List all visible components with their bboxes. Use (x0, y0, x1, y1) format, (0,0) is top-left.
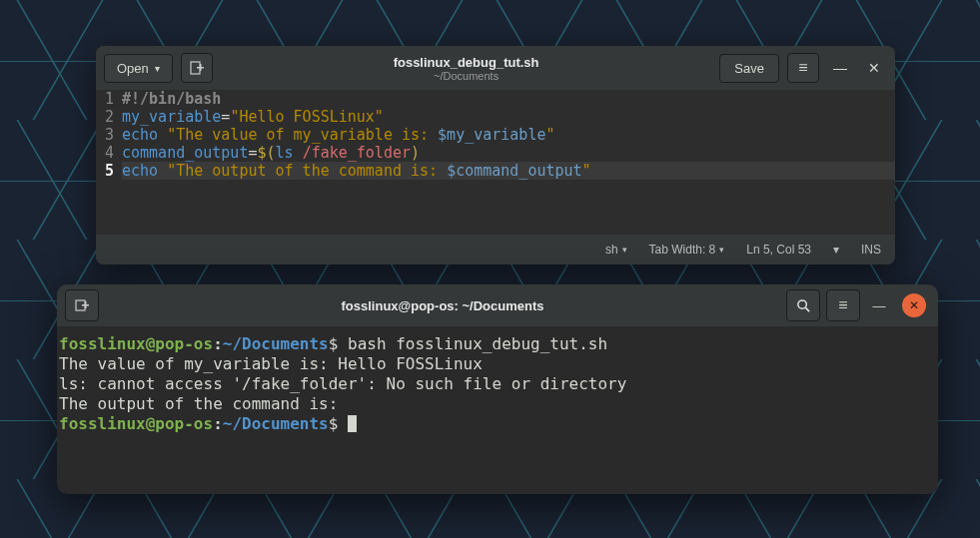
line-number: 3 (96, 126, 114, 144)
prompt-sep: : (213, 414, 223, 433)
token-variable: my_variable (122, 108, 221, 126)
document-path: ~/Documents (221, 70, 712, 82)
prompt-dollar: $ (329, 334, 348, 353)
prompt-user: fosslinux@pop-os (59, 334, 213, 353)
menu-button[interactable]: ≡ (826, 289, 860, 321)
line-number: 5 (96, 162, 114, 180)
shebang: #!/bin/bash (122, 90, 221, 108)
terminal-headerbar: fosslinux@pop-os: ~/Documents ≡ — ✕ (57, 284, 938, 326)
terminal-title: fosslinux@pop-os: ~/Documents (105, 298, 780, 313)
chevron-down-icon: ▾ (622, 245, 627, 255)
prompt-path: ~/Documents (223, 414, 329, 433)
tabwidth-selector[interactable]: Tab Width: 8 ▾ (649, 243, 725, 257)
code-editor[interactable]: 1 2 3 4 5 #!/bin/bashmy_variable="Hello … (96, 90, 895, 235)
tabwidth-label: Tab Width: 8 (649, 243, 716, 257)
gedit-headerbar: Open ▾ fosslinux_debug_tut.sh ~/Document… (96, 46, 895, 90)
svg-line-7 (805, 307, 809, 311)
code-content[interactable]: #!/bin/bashmy_variable="Hello FOSSLinux"… (118, 90, 895, 235)
token-varref: $command_output (447, 162, 581, 180)
prompt-path: ~/Documents (223, 334, 329, 353)
document-title: fosslinux_debug_tut.sh (221, 55, 712, 70)
close-icon: ✕ (868, 60, 880, 76)
ins-label: INS (861, 243, 881, 257)
svg-point-6 (797, 299, 805, 307)
token-string: "Hello FOSSLinux" (230, 108, 384, 126)
close-icon: ✕ (909, 298, 919, 312)
language-selector[interactable]: sh ▾ (605, 243, 627, 257)
chevron-down-icon[interactable]: ▾ (833, 243, 839, 257)
close-button[interactable]: ✕ (861, 55, 887, 81)
prompt-user: fosslinux@pop-os (59, 414, 213, 433)
menu-button[interactable]: ≡ (787, 53, 819, 83)
close-button[interactable]: ✕ (902, 293, 926, 317)
gedit-window: Open ▾ fosslinux_debug_tut.sh ~/Document… (96, 46, 895, 265)
chevron-down-icon: ▾ (719, 245, 724, 255)
minimize-button[interactable]: — (866, 292, 892, 318)
token-subst: ) (411, 144, 420, 162)
terminal-line: ls: cannot access '/fake_folder': No suc… (59, 374, 626, 393)
search-button[interactable] (786, 289, 820, 321)
token-string: "The output of the command is: (167, 162, 447, 180)
language-label: sh (605, 243, 618, 257)
cursor-position[interactable]: Ln 5, Col 53 (746, 243, 811, 257)
chevron-down-icon: ▾ (155, 63, 160, 74)
token-variable: command_output (122, 144, 248, 162)
token-varref: $my_variable (438, 126, 545, 144)
token-cmd: echo (122, 126, 167, 144)
line-number: 1 (96, 90, 114, 108)
token-path: /fake_folder (303, 144, 411, 162)
line-number: 2 (96, 108, 114, 126)
search-icon (796, 298, 811, 313)
token-subst: $( (257, 144, 275, 162)
insert-mode[interactable]: INS (861, 243, 881, 257)
token-cmd: echo (122, 162, 167, 180)
new-document-icon (189, 60, 205, 76)
token-string: "The value of my_variable is: (167, 126, 438, 144)
prompt-sep: : (213, 334, 223, 353)
terminal-command: bash fosslinux_debug_tut.sh (348, 334, 607, 353)
terminal-output[interactable]: fosslinux@pop-os:~/Documents$ bash fossl… (57, 326, 938, 494)
svg-rect-5 (85, 301, 87, 308)
minimize-icon: — (833, 60, 847, 76)
token-cmd: ls (276, 144, 303, 162)
open-label: Open (117, 61, 149, 76)
prompt-dollar: $ (329, 414, 348, 433)
terminal-line: The value of my_variable is: Hello FOSSL… (59, 354, 483, 373)
svg-rect-2 (200, 64, 202, 71)
open-button[interactable]: Open ▾ (104, 54, 173, 83)
hamburger-icon: ≡ (838, 296, 847, 314)
status-bar: sh ▾ Tab Width: 8 ▾ Ln 5, Col 53 ▾ INS (96, 235, 895, 265)
terminal-window: fosslinux@pop-os: ~/Documents ≡ — ✕ foss… (57, 284, 938, 494)
position-label: Ln 5, Col 53 (746, 243, 811, 257)
minimize-button[interactable]: — (827, 55, 853, 81)
terminal-line: The output of the command is: (59, 394, 348, 413)
new-tab-button[interactable] (65, 289, 99, 321)
minimize-icon: — (873, 298, 886, 313)
hamburger-icon: ≡ (798, 59, 807, 77)
save-button[interactable]: Save (719, 54, 779, 83)
title-area: fosslinux_debug_tut.sh ~/Documents (221, 55, 712, 82)
line-gutter: 1 2 3 4 5 (96, 90, 118, 235)
new-tab-icon (74, 297, 90, 313)
token-string: " (582, 162, 591, 180)
token-string: " (545, 126, 554, 144)
new-tab-button[interactable] (181, 53, 213, 83)
line-number: 4 (96, 144, 114, 162)
terminal-cursor (348, 415, 357, 432)
